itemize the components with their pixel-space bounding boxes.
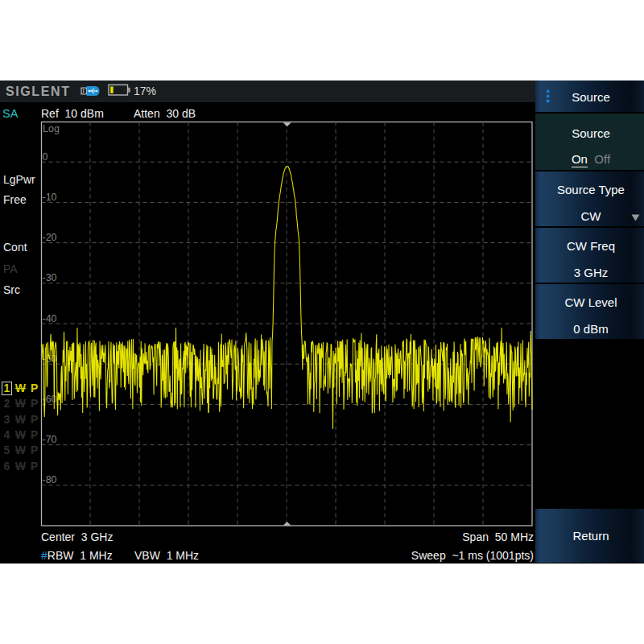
svg-text:-40: -40 [43, 313, 57, 324]
svg-text:-30: -30 [43, 272, 57, 283]
svg-text:-10: -10 [43, 192, 57, 203]
svg-text:Log: Log [43, 123, 60, 134]
svg-text:-70: -70 [43, 434, 57, 445]
svg-text:0: 0 [43, 151, 48, 163]
svg-text:-80: -80 [43, 474, 57, 485]
svg-text:-20: -20 [43, 232, 57, 243]
